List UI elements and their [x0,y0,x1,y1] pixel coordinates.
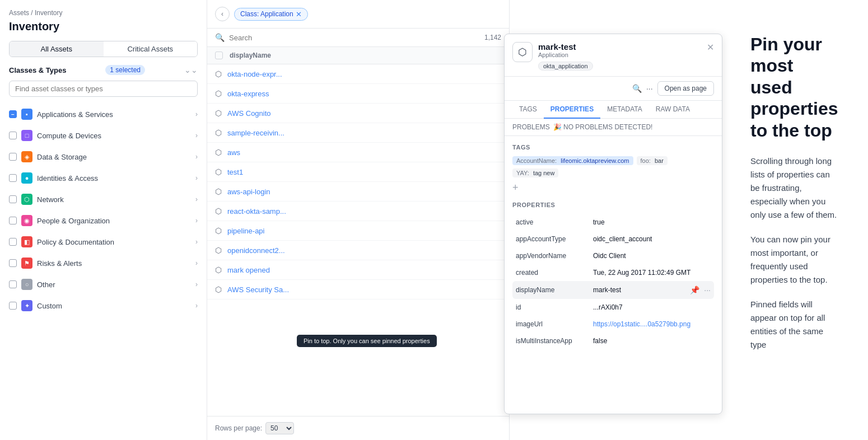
asset-row[interactable]: ⬡ okta-node-expr... [207,64,509,84]
asset-row[interactable]: ⬡ pipeline-api [207,221,509,241]
search-count: 1,142 [484,34,501,41]
select-all-checkbox[interactable] [215,52,223,59]
tag-chip[interactable]: YAY: tag new [512,168,558,177]
sidebar-item-people[interactable]: ◉ People & Organization › [0,210,207,231]
cat-checkbox-other[interactable] [9,280,17,288]
breadcrumb-parent[interactable]: Assets [9,9,29,17]
rows-per-page-select[interactable]: 50 25 100 [265,422,294,434]
search-row: 🔍 1,142 [207,29,509,47]
asset-row[interactable]: ⬡ mark opened [207,260,509,280]
sidebar-item-other[interactable]: ○ Other › [0,274,207,295]
cat-checkbox-network[interactable] [9,195,17,203]
sidebar-item-policy[interactable]: ◧ Policy & Documentation › [0,231,207,252]
class-search-input[interactable] [9,81,198,97]
page-title: Inventory [0,20,207,41]
asset-row[interactable]: ⬡ aws-api-login [207,182,509,202]
tag-chip[interactable]: foo: bar [637,156,668,165]
tab-properties[interactable]: PROPERTIES [544,101,600,119]
tags-list: AccountName: lifeomic.oktapreview.comfoo… [512,156,714,177]
cat-checkbox-policy[interactable] [9,238,17,246]
detail-tabs: TAGS PROPERTIES METADATA RAW DATA [505,101,722,119]
asset-row[interactable]: ⬡ sample-receivin... [207,123,509,143]
open-as-page-button[interactable]: Open as page [657,81,714,96]
tab-rawdata[interactable]: RAW DATA [649,101,697,119]
asset-row[interactable]: ⬡ test1 [207,162,509,182]
critical-assets-tab[interactable]: Critical Assets [104,41,198,57]
cat-label-people: People & Organization [37,217,191,225]
pin-icon[interactable]: 📌 [690,285,699,294]
detail-actions: 🔍 ··· Open as page [505,77,722,101]
sidebar-item-network[interactable]: ⬡ Network › [0,189,207,210]
main-panel: ‹ Class: Application ✕ 🔍 1,142 displayNa… [207,0,510,440]
expand-icon[interactable]: ⌄⌄ [184,65,198,74]
sidebar-item-compute[interactable]: □ Compute & Devices › [0,125,207,146]
asset-row[interactable]: ⬡ AWS Security Sa... [207,280,509,299]
filter-tag-remove[interactable]: ✕ [296,10,302,18]
cat-checkbox-identities[interactable] [9,174,17,182]
breadcrumb: Assets / Inventory [0,9,207,20]
more-action-icon[interactable]: ··· [646,84,653,93]
asset-name: test1 [227,168,501,176]
detail-title: mark-test [538,42,707,52]
cat-checkbox-risks[interactable] [9,259,17,267]
cat-chevron-risks[interactable]: › [195,259,198,267]
property-value[interactable]: https://op1static....0a5279bb.png [593,320,711,328]
tag-chip[interactable]: AccountName: lifeomic.oktapreview.com [512,156,633,165]
sidebar-item-custom[interactable]: ✦ Custom › [0,295,207,316]
tab-tags[interactable]: TAGS [512,101,544,119]
cat-label-applications: Applications & Services [37,110,191,119]
tab-metadata[interactable]: METADATA [600,101,649,119]
sidebar-item-risks[interactable]: ⚑ Risks & Alerts › [0,252,207,274]
cat-chevron-people[interactable]: › [195,217,198,224]
asset-row[interactable]: ⬡ openidconnect2... [207,241,509,260]
search-action-icon[interactable]: 🔍 [632,84,642,93]
property-row: appAccountType oidc_client_account [512,231,714,247]
cat-chevron-compute[interactable]: › [195,132,198,139]
cat-chevron-data[interactable]: › [195,153,198,161]
asset-row[interactable]: ⬡ okta-express [207,84,509,104]
asset-name: okta-express [227,90,501,98]
all-assets-tab[interactable]: All Assets [10,41,104,57]
property-row: active true [512,214,714,231]
detail-body: TAGS AccountName: lifeomic.oktapreview.c… [505,136,722,414]
active-filter-tag: Class: Application ✕ [234,8,308,21]
cat-checkbox-data[interactable] [9,153,17,161]
cat-checkbox-applications[interactable]: − [9,110,17,118]
sidebar-item-data[interactable]: ◈ Data & Storage › [0,146,207,167]
property-key: id [516,303,589,311]
pin-tooltip: Pin to top. Only you can see pinned prop… [297,335,437,347]
cat-chevron-other[interactable]: › [195,280,198,288]
more-icon[interactable]: ··· [704,285,711,294]
cat-chevron-custom[interactable]: › [195,302,198,310]
tags-section-title: TAGS [512,144,714,151]
sidebar-item-applications[interactable]: − ▪ Applications & Services › [0,104,207,125]
asset-row[interactable]: ⬡ aws [207,143,509,162]
collapse-button[interactable]: ‹ [215,7,230,21]
search-icon: 🔍 [215,33,225,42]
asset-row[interactable]: ⬡ AWS Cognito [207,104,509,123]
cat-icon-people: ◉ [21,215,32,226]
asset-row[interactable]: ⬡ react-okta-samp... [207,202,509,221]
detail-subtitle: Application [538,52,707,58]
filter-header: Classes & Types 1 selected ⌄⌄ [0,65,207,81]
cat-icon-other: ○ [21,279,32,290]
property-row: imageUrl https://op1static....0a5279bb.p… [512,316,714,333]
property-value: Tue, 22 Aug 2017 11:02:49 GMT [593,269,711,277]
property-key: appVendorName [516,252,589,260]
cat-checkbox-people[interactable] [9,217,17,224]
cat-chevron-network[interactable]: › [195,195,198,203]
cat-checkbox-compute[interactable] [9,132,17,139]
cat-label-compute: Compute & Devices [37,132,191,140]
right-panel-body: Scrolling through long lists of properti… [750,155,840,352]
right-panel: Pin your most used properties to the top… [722,0,868,440]
cat-chevron-policy[interactable]: › [195,238,198,246]
detail-close-button[interactable]: ✕ [707,42,714,53]
search-input[interactable] [229,34,480,42]
add-tag-button[interactable]: + [512,182,519,193]
sidebar-item-identities[interactable]: ● Identities & Access › [0,167,207,189]
cat-chevron-identities[interactable]: › [195,174,198,182]
property-key: displayName [516,286,589,294]
cat-checkbox-custom[interactable] [9,302,17,310]
property-row: id ...rAXi0h7 [512,299,714,316]
cat-chevron-applications[interactable]: › [195,110,198,118]
